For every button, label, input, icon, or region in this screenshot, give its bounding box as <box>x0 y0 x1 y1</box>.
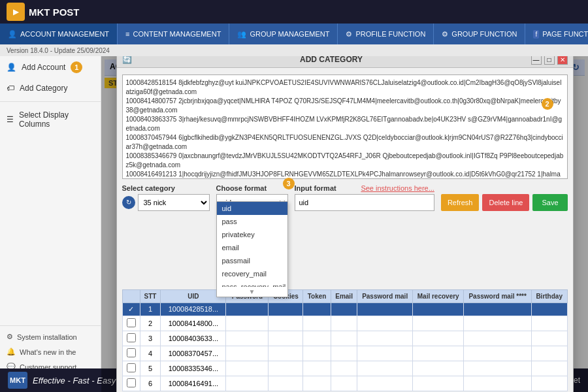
dropdown-item-email[interactable]: email <box>217 241 287 254</box>
header-mail-recovery: Mail recovery <box>412 289 463 302</box>
add-account-badge: 1 <box>71 61 82 73</box>
modal-controls: — □ ✕ <box>531 56 568 65</box>
sidebar-system-install[interactable]: ⚙ System installation <box>0 329 101 344</box>
row-checkbox[interactable] <box>127 363 136 372</box>
row-checkbox[interactable] <box>127 348 136 357</box>
table-row: ✓110008428518... <box>122 302 567 316</box>
row-uid: 10008335346... <box>161 361 226 376</box>
email-display-area[interactable]: 10008428518154 8jdkfebfzghyz@uyt kuiJNPK… <box>122 74 568 179</box>
row-password-mail <box>357 331 413 346</box>
table-row: 410008370457... <box>122 346 567 361</box>
row-checkbox[interactable] <box>127 378 136 387</box>
table-row: 210008414800... <box>122 316 567 331</box>
row-checkbox[interactable] <box>127 333 136 342</box>
row-stt: 2 <box>140 316 161 331</box>
row-password-mail <box>357 361 413 376</box>
row-password <box>226 331 269 346</box>
action-buttons: Refresh Delete line Save <box>441 194 568 211</box>
tab-account-management[interactable]: 👤 ACCOUNT MANAGEMENT <box>0 24 118 44</box>
row-check-cell <box>122 361 140 376</box>
dropdown-item-recovery-mail[interactable]: recovery_mail <box>217 267 287 280</box>
save-button[interactable]: Save <box>532 194 567 211</box>
see-instructions-link[interactable]: See instructions here... <box>361 184 434 192</box>
modal-minimize-button[interactable]: — <box>531 56 542 65</box>
sidebar-divider <box>0 101 101 102</box>
footer-logo-box: MKT <box>8 372 27 389</box>
select-columns-label: Select Display Columns <box>19 110 94 129</box>
row-password-mail**** <box>464 361 531 376</box>
email-line-6: 10008416491213 1|hocqdrijyjizn@fhidfJMU3… <box>126 170 564 179</box>
row-token <box>303 316 331 331</box>
dropdown-item-pass-recovery[interactable]: pass_recovery_mail <box>217 280 287 287</box>
email-line-2: 10008414800757 2jcbrjnbxjqoa@yqcet|NMLHl… <box>126 97 564 115</box>
input-format-field[interactable] <box>295 194 434 211</box>
nav-tabs: 👤 ACCOUNT MANAGEMENT ≡ CONTENT MANAGEMEN… <box>0 24 588 44</box>
row-birthday <box>531 316 567 331</box>
row-password-mail <box>357 316 413 331</box>
sidebar-item-select-columns[interactable]: ☰ Select Display Columns <box>0 105 101 134</box>
row-checkbox[interactable] <box>127 318 136 327</box>
add-account-icon: 👤 <box>7 63 16 72</box>
sidebar-whats-new[interactable]: 🔔 What's new in the <box>0 344 101 359</box>
select-columns-icon: ☰ <box>7 115 14 124</box>
app-name: MKT POST <box>29 7 80 18</box>
tab-profile-function[interactable]: ⚙ PROFILE FUNCTION <box>338 24 434 44</box>
row-password-mail**** <box>464 346 531 361</box>
tab-content-management[interactable]: ≡ CONTENT MANAGEMENT <box>118 24 229 44</box>
modal-body: 2 10008428518154 8jdkfebfzghyz@uyt kuiJN… <box>117 68 573 393</box>
badge-3: 3 <box>283 178 295 189</box>
format-dropdown-popup: uid pass privatekey email passmail recov… <box>216 201 288 297</box>
sidebar-item-add-account[interactable]: 👤 Add Account 1 <box>0 56 101 78</box>
header-stt: STT <box>140 289 161 302</box>
row-password-mail**** <box>464 376 531 391</box>
tab-group-management[interactable]: 👥 GROUP MANAGEMENT <box>229 24 338 44</box>
row-cookies <box>269 361 303 376</box>
refresh-button[interactable]: Refresh <box>441 194 480 211</box>
row-cookies <box>269 331 303 346</box>
modal-maximize-button[interactable]: □ <box>544 56 555 65</box>
delete-button[interactable]: Delete line <box>482 194 529 211</box>
email-line-4: 10008370457944 6|gbcflkihedib@ygkZN3P4EK… <box>126 133 564 152</box>
add-category-label: Add Category <box>20 84 67 93</box>
dropdown-item-uid[interactable]: uid <box>217 202 287 215</box>
row-stt: 4 <box>140 346 161 361</box>
row-cookies <box>269 302 303 316</box>
dropdown-item-passmail[interactable]: passmail <box>217 254 287 267</box>
data-table: STT UID Password Cookies Token Email Pas… <box>122 289 568 391</box>
category-select[interactable]: 35 nick <box>138 194 210 211</box>
row-birthday <box>531 331 567 346</box>
row-birthday <box>531 376 567 391</box>
row-stt: 1 <box>140 302 161 316</box>
row-password-mail**** <box>464 331 531 346</box>
dropdown-item-privatekey[interactable]: privatekey <box>217 228 287 241</box>
row-email <box>331 331 357 346</box>
dropdown-scroll: uid pass privatekey email passmail recov… <box>217 202 287 287</box>
row-email <box>331 346 357 361</box>
row-token <box>303 302 331 316</box>
tab-page-function[interactable]: f PAGE FUNCTION <box>525 24 588 44</box>
row-mail-recovery <box>412 376 463 391</box>
add-category-modal: 🔄 ADD CATEGORY — □ ✕ 2 <box>116 56 574 392</box>
email-line-3: 10008403863375 3|rhaej/kesuvq@mmrpcjNSWB… <box>126 115 564 133</box>
top-header: ▶ MKT POST <box>0 0 588 24</box>
table-row: 510008335346... <box>122 361 567 376</box>
row-mail-recovery <box>412 331 463 346</box>
input-format-section: Input format See instructions here... <box>295 184 434 211</box>
account-tab-icon: 👤 <box>8 30 17 39</box>
modal-close-button[interactable]: ✕ <box>557 56 568 65</box>
choose-format-section: Choose format uidpassprivatekeyemailpass… <box>216 184 288 211</box>
row-password-mail**** <box>464 316 531 331</box>
dropdown-item-pass[interactable]: pass <box>217 215 287 228</box>
sidebar-item-add-category[interactable]: 🏷 Add Category <box>0 78 101 98</box>
dropdown-scroll-indicator: ▼ <box>217 287 287 297</box>
email-line-5: 10008385346679 0|axcbnaungrf@tevdzJMrVBK… <box>126 152 564 170</box>
header-password-mail-stars: Password mail **** <box>464 289 531 302</box>
sidebar: 👤 Add Account 1 🏷 Add Category ☰ Select … <box>0 56 101 392</box>
row-checkbox[interactable]: ✓ <box>128 305 134 313</box>
tab-group-function[interactable]: ⚙ GROUP FUNCTION <box>434 24 525 44</box>
email-line-1: 10008428518154 8jdkfebfzghyz@uyt kuiJNPK… <box>126 78 564 97</box>
row-stt: 6 <box>140 376 161 391</box>
page-tab-label: PAGE FUNCTION <box>542 30 588 38</box>
page-tab-icon: f <box>533 30 539 39</box>
row-uid: 10008414800... <box>161 316 226 331</box>
